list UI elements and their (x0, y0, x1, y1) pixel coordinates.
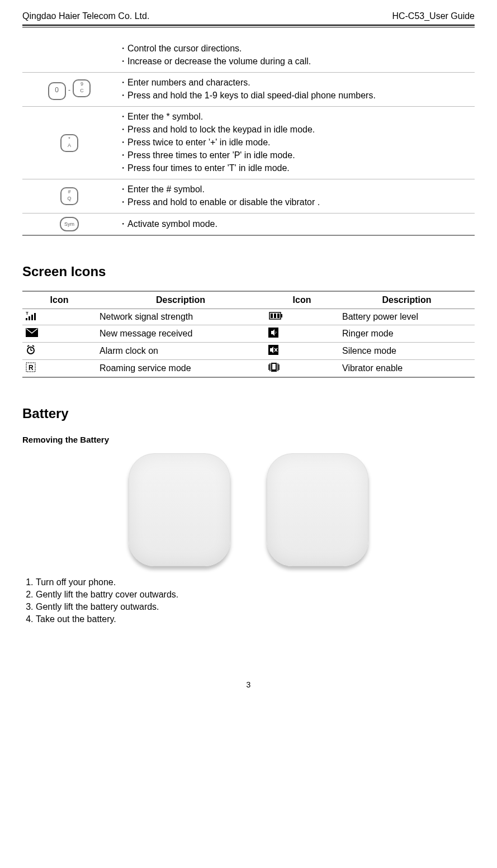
col-header: Description (339, 291, 475, 309)
col-header: Description (96, 291, 265, 309)
header-rule-thin (22, 27, 475, 27)
key-desc-cell: ・Enter the # symbol. ・Press and hold to … (116, 179, 475, 214)
screen-icons-heading: Screen Icons (22, 264, 475, 279)
table-row: Alarm clock on Silence mode (22, 343, 475, 360)
desc-cell: Battery power level (339, 309, 475, 325)
key-sym-icon: Sym (60, 217, 79, 231)
svg-text:R: R (29, 364, 34, 372)
keys-table: ・Control the cursor directions. ・Increas… (22, 39, 475, 236)
key-desc-cell: ・Enter the * symbol. ・Press and hold to … (116, 107, 475, 179)
keys-table-body: ・Control the cursor directions. ・Increas… (22, 39, 475, 235)
icon-cell: T (22, 309, 96, 325)
svg-rect-9 (277, 314, 280, 318)
page-number: 3 (22, 680, 475, 695)
ringer-icon: ♪ (268, 328, 278, 340)
key-line: ・Activate symbol mode. (119, 219, 472, 230)
key-desc-cell: ・Control the cursor directions. ・Increas… (116, 39, 475, 73)
svg-rect-2 (31, 315, 33, 320)
svg-rect-25 (272, 364, 276, 369)
key-icon-cell (22, 39, 116, 73)
header-rule (22, 25, 475, 26)
key-desc-cell: ・Activate symbol mode. (116, 214, 475, 236)
key-icon-cell: 0 - 9C (22, 73, 116, 107)
signal-icon: T (26, 311, 40, 322)
doc-header: Qingdao Haier Telecom Co. Ltd. HC-C53_Us… (22, 11, 475, 23)
table-row: New message received ♪ Ringer mode (22, 325, 475, 343)
key-icon-cell: Sym (22, 214, 116, 236)
svg-rect-0 (26, 318, 27, 320)
phone-battery-image (267, 453, 368, 566)
desc-cell: Silence mode (339, 343, 475, 360)
list-item: Gently lift the battry cover outwards. (36, 590, 475, 600)
roaming-icon: R (26, 362, 36, 374)
svg-text:♪: ♪ (274, 330, 277, 335)
message-icon (26, 328, 38, 339)
key-icon-cell: *A (22, 107, 116, 179)
battery-icon (268, 312, 283, 322)
svg-rect-1 (29, 316, 30, 320)
key-star-icon: *A (60, 134, 78, 152)
key-line: ・Press four times to enter 'T' in idle m… (119, 163, 472, 174)
svg-text:T: T (26, 311, 29, 316)
key-line: ・Enter the # symbol. (119, 184, 472, 196)
icon-cell (265, 309, 339, 325)
svg-rect-3 (34, 313, 36, 320)
desc-cell: Network signal strength (96, 309, 265, 325)
list-item: Turn off your phone. (36, 577, 475, 587)
key-line: ・Press three times to enter 'P' in idle … (119, 150, 472, 162)
key-line: ・Press and hold to enable or disable the… (119, 197, 472, 208)
battery-heading: Battery (22, 406, 475, 421)
steps-list: Turn off your phone. Gently lift the bat… (22, 577, 475, 624)
dash: - (68, 86, 70, 94)
desc-cell: New message received (96, 325, 265, 343)
key-hash-icon: #Q (60, 187, 78, 205)
removing-battery-heading: Removing the Battery (22, 435, 475, 444)
list-item: Gently lift the battery outwards. (36, 602, 475, 612)
table-row: T Network signal strength Battery power … (22, 309, 475, 325)
alarm-icon (26, 345, 36, 357)
desc-cell: Roaming service mode (96, 360, 265, 378)
icon-cell (22, 325, 96, 343)
key-line: ・Press twice to enter '+' in idle mode. (119, 137, 472, 149)
key-icon-cell: #Q (22, 179, 116, 214)
desc-cell: Alarm clock on (96, 343, 265, 360)
icon-cell (265, 343, 339, 360)
icon-cell (22, 343, 96, 360)
table-row: #Q ・Enter the # symbol. ・Press and hold … (22, 179, 475, 214)
col-header: Icon (22, 291, 96, 309)
vibrator-icon (268, 362, 280, 374)
silence-icon (268, 345, 278, 357)
svg-rect-8 (274, 314, 276, 318)
table-row: *A ・Enter the * symbol. ・Press and hold … (22, 107, 475, 179)
svg-rect-6 (281, 314, 282, 317)
key-line: ・Control the cursor directions. (119, 43, 472, 55)
key-line: ・Press and hold to lock the keypad in id… (119, 124, 472, 136)
svg-line-18 (32, 345, 34, 347)
table-row: 0 - 9C ・Enter numbers and characters. ・P… (22, 73, 475, 107)
svg-line-17 (27, 345, 29, 347)
svg-rect-7 (271, 314, 273, 318)
key-nine-icon: 9C (73, 79, 91, 97)
table-header-row: Icon Description Icon Description (22, 291, 475, 309)
key-line: ・Enter the * symbol. (119, 111, 472, 123)
phone-back-cover-image (129, 453, 230, 566)
key-line: ・Press and hold the 1-9 keys to dial spe… (119, 90, 472, 102)
desc-cell: Ringer mode (339, 325, 475, 343)
header-right: HC-C53_User Guide (392, 11, 475, 21)
phone-images (22, 453, 475, 568)
desc-cell: Vibrator enable (339, 360, 475, 378)
table-row: Sym ・Activate symbol mode. (22, 214, 475, 236)
table-row: ・Control the cursor directions. ・Increas… (22, 39, 475, 73)
col-header: Icon (265, 291, 339, 309)
icon-cell (265, 360, 339, 378)
key-line: ・Increase or decrease the volume during … (119, 56, 472, 68)
icon-cell: R (22, 360, 96, 378)
screen-icons-table: Icon Description Icon Description T Netw… (22, 291, 475, 378)
key-zero-icon: 0 (48, 82, 66, 100)
table-row: R Roaming service mode Vibrator enable (22, 360, 475, 378)
key-desc-cell: ・Enter numbers and characters. ・Press an… (116, 73, 475, 107)
list-item: Take out the battery. (36, 614, 475, 624)
header-left: Qingdao Haier Telecom Co. Ltd. (22, 11, 149, 21)
key-line: ・Enter numbers and characters. (119, 77, 472, 89)
page: Qingdao Haier Telecom Co. Ltd. HC-C53_Us… (0, 0, 497, 700)
